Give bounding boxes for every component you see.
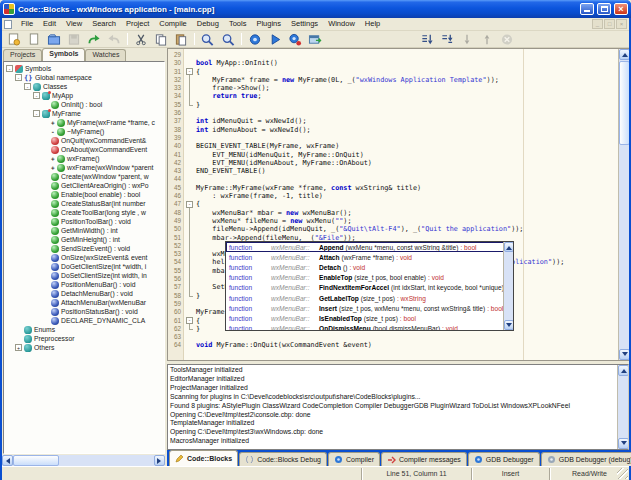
completion-item[interactable]: functionwxMenuBar::OnDismissMenu(bool di… xyxy=(226,324,513,332)
tree-item[interactable]: PositionToolBar() : void xyxy=(4,217,164,226)
debugger-windows-button[interactable] xyxy=(417,32,437,47)
menu-edit[interactable]: Edit xyxy=(38,18,61,30)
fold-collapse-button[interactable]: - xyxy=(186,201,193,208)
tree-item[interactable]: CreateToolBar(long style , w xyxy=(4,208,164,217)
tree-item[interactable]: OnAbout(wxCommandEvent xyxy=(4,145,164,154)
completion-item[interactable]: functionwxMenuBar::Append(wxMenu *menu, … xyxy=(226,242,513,252)
copy-button[interactable] xyxy=(151,32,171,47)
menu-settings[interactable]: Settings xyxy=(286,18,323,30)
menu-compile[interactable]: Compile xyxy=(154,18,192,30)
tree-item[interactable]: AttachMenuBar(wxMenuBar xyxy=(4,298,164,307)
sidebar-horizontal-scrollbar[interactable] xyxy=(2,455,165,466)
code-line[interactable] xyxy=(196,109,617,117)
log-tab-gdb-debugger[interactable]: GDB Debugger xyxy=(468,452,540,466)
tree-item[interactable]: OnInit() : bool xyxy=(4,100,164,109)
menu-help[interactable]: Help xyxy=(360,18,385,30)
completion-item[interactable]: functionwxMenuBar::Detach(): void xyxy=(226,262,513,272)
tree-item[interactable]: -Symbols xyxy=(4,64,164,73)
code-line[interactable]: { xyxy=(196,68,617,76)
resize-grip[interactable] xyxy=(617,468,628,479)
completion-item[interactable]: functionwxMenuBar::GetLabelTop(size_t po… xyxy=(226,293,513,303)
popup-scrollbar[interactable] xyxy=(503,242,513,330)
menu-debug[interactable]: Debug xyxy=(192,18,224,30)
menu-plugins[interactable]: Plugins xyxy=(251,18,286,30)
code-line[interactable]: return true; xyxy=(196,92,617,100)
code-line[interactable]: { xyxy=(196,200,617,208)
completion-item[interactable]: functionwxMenuBar::FindNextItemForAccel(… xyxy=(226,283,513,293)
rebuild-button[interactable] xyxy=(305,32,325,47)
run-to-cursor-button[interactable] xyxy=(437,32,457,47)
tree-item[interactable]: DoGetClientSize(int *width, i xyxy=(4,262,164,271)
log-tab-compiler[interactable]: Compiler xyxy=(328,452,380,466)
restore-button[interactable] xyxy=(597,3,611,15)
menu-search[interactable]: Search xyxy=(87,18,121,30)
log-tab-compiler-messages[interactable]: Compiler messages xyxy=(381,452,467,466)
code-line[interactable]: : wxFrame(frame, -1, title) xyxy=(196,192,617,200)
log-tab-gdb-debugger-debug-[interactable]: GDB Debugger (debug) xyxy=(541,452,631,466)
tree-item[interactable]: Enums xyxy=(4,325,164,334)
code-line[interactable]: fileMenu->Append(idMenuQuit, _("&Quit\tA… xyxy=(196,225,617,233)
tree-item[interactable]: -MyApp xyxy=(4,91,164,100)
code-line[interactable]: EVT_MENU(idMenuQuit, MyFrame::OnQuit) xyxy=(196,151,617,159)
undo-button[interactable] xyxy=(84,32,104,47)
code-line[interactable] xyxy=(196,175,617,183)
collapse-icon[interactable]: - xyxy=(6,65,13,72)
scroll-left-button[interactable] xyxy=(2,455,13,466)
tree-item[interactable]: SendSizeEvent() : void xyxy=(4,244,164,253)
new-file-button[interactable] xyxy=(24,32,44,47)
code-line[interactable] xyxy=(196,134,617,142)
tree-item[interactable]: Enable(bool enable) : bool xyxy=(4,190,164,199)
tab-projects[interactable]: Projects xyxy=(3,49,42,61)
open-button[interactable] xyxy=(44,32,64,47)
scroll-up-button[interactable] xyxy=(504,242,514,252)
code-line[interactable]: bool MyApp::OnInit() xyxy=(196,59,617,67)
compile-button[interactable] xyxy=(245,32,265,47)
tree-item[interactable]: -~MyFrame() xyxy=(4,127,164,136)
code-line[interactable]: frame->Show(); xyxy=(196,84,617,92)
code-line[interactable]: int idMenuQuit = wxNewId(); xyxy=(196,117,617,125)
tree-item[interactable]: PositionMenuBar() : void xyxy=(4,280,164,289)
tree-item[interactable]: CreateStatusBar(int number xyxy=(4,199,164,208)
tree-item[interactable]: +MyFrame(wxFrame *frame, c xyxy=(4,118,164,127)
mdi-minimize-button[interactable]: _ xyxy=(592,19,603,29)
scroll-up-button[interactable] xyxy=(619,49,629,60)
tree-item[interactable]: PositionStatusBar() : void xyxy=(4,307,164,316)
scroll-down-button[interactable] xyxy=(619,349,629,360)
tree-item[interactable]: DECLARE_DYNAMIC_CLA xyxy=(4,316,164,325)
completion-item[interactable]: functionwxMenuBar::IsEnabledTop(size_t p… xyxy=(226,313,513,323)
minimize-button[interactable] xyxy=(580,3,594,15)
collapse-icon[interactable]: - xyxy=(24,83,31,90)
find-button[interactable] xyxy=(198,32,218,47)
menu-window[interactable]: Window xyxy=(323,18,360,30)
scroll-up-button[interactable] xyxy=(618,365,629,376)
log-vertical-scrollbar[interactable] xyxy=(617,365,628,449)
editor-vertical-scrollbar[interactable] xyxy=(618,49,629,360)
tree-item[interactable]: +wxFrame(wxWindow *parent xyxy=(4,163,164,172)
code-line[interactable]: } xyxy=(196,101,617,109)
new-from-template-button[interactable] xyxy=(4,32,24,47)
tree-item[interactable]: -Global namespace xyxy=(4,73,164,82)
collapse-icon[interactable]: - xyxy=(33,110,40,117)
completion-item[interactable]: functionwxMenuBar::Insert(size_t pos, wx… xyxy=(226,303,513,313)
log-tab-code-blocks[interactable]: Code::Blocks xyxy=(169,450,238,466)
code-line[interactable]: wxMenu* fileMenu = new wxMenu(""); xyxy=(196,217,617,225)
collapse-icon[interactable]: - xyxy=(15,74,22,81)
tree-item[interactable]: DoSetClientSize(int width, in xyxy=(4,271,164,280)
scroll-right-button[interactable] xyxy=(154,455,165,466)
completion-item[interactable]: functionwxMenuBar::Attach(wxFrame *frame… xyxy=(226,252,513,262)
mdi-close-button[interactable]: × xyxy=(616,19,627,29)
log-tab-code-blocks-debug[interactable]: Code::Blocks Debug xyxy=(239,452,327,466)
tree-item[interactable]: OnSize(wxSizeEvent& event xyxy=(4,253,164,262)
tree-item[interactable]: -Classes xyxy=(4,82,164,91)
close-button[interactable]: × xyxy=(614,3,628,15)
menu-file[interactable]: File xyxy=(16,18,38,30)
scroll-down-button[interactable] xyxy=(504,320,514,330)
find-in-files-button[interactable] xyxy=(218,32,238,47)
tree-item[interactable]: +Others xyxy=(4,343,164,352)
code-line[interactable]: BEGIN_EVENT_TABLE(MyFrame, wxFrame) xyxy=(196,142,617,150)
tree-item[interactable]: GetMinHeight() : int xyxy=(4,235,164,244)
paste-button[interactable] xyxy=(171,32,191,47)
scrollbar-thumb[interactable] xyxy=(13,455,59,466)
tree-item[interactable]: +wxFrame() xyxy=(4,154,164,163)
cut-button[interactable] xyxy=(131,32,151,47)
